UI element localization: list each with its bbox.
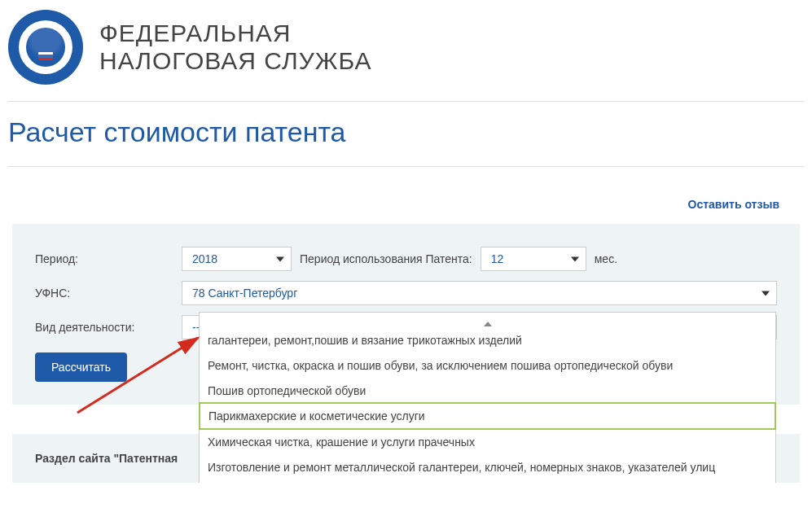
- activity-label: Вид деятельности:: [35, 321, 173, 334]
- org-title-line2: НАЛОГОВАЯ СЛУЖБА: [99, 47, 371, 76]
- ufns-select[interactable]: 78 Санкт-Петербург: [182, 281, 777, 305]
- form-panel: Период: 2018 Период использования Патент…: [12, 224, 800, 405]
- org-title: ФЕДЕРАЛЬНАЯ НАЛОГОВАЯ СЛУЖБА: [99, 20, 371, 76]
- period-label: Период:: [35, 252, 173, 265]
- dropdown-item[interactable]: Изготовление и ремонт металлической гала…: [200, 454, 775, 479]
- dropdown-item[interactable]: Ремонт, чистка, окраска и пошив обуви, з…: [200, 352, 775, 378]
- dropdown-item[interactable]: Пошив ортопедической обуви: [200, 378, 775, 403]
- ufns-label: УФНС:: [35, 287, 173, 300]
- dropdown-item[interactable]: галантереи, ремонт,пошив и вязание трико…: [200, 327, 775, 352]
- months-suffix: мес.: [595, 252, 617, 265]
- fns-logo: [8, 10, 83, 85]
- page-title: Расчет стоимости патента: [0, 108, 812, 160]
- divider: [8, 166, 804, 167]
- scroll-up-icon[interactable]: [200, 313, 775, 327]
- header: ФЕДЕРАЛЬНАЯ НАЛОГОВАЯ СЛУЖБА: [0, 0, 812, 94]
- dropdown-item[interactable]: Химическая чистка, крашение и услуги пра…: [200, 429, 775, 454]
- months-value: 12: [491, 252, 504, 265]
- dropdown-item[interactable]: Парикмахерские и косметические услуги: [199, 402, 776, 430]
- row-ufns: УФНС: 78 Санкт-Петербург: [35, 281, 777, 305]
- dropdown-item[interactable]: Ремонт и техническое обслуживание бытово…: [200, 479, 775, 483]
- calculate-button[interactable]: Рассчитать: [35, 352, 127, 382]
- year-value: 2018: [192, 252, 217, 265]
- divider: [8, 101, 804, 102]
- months-select[interactable]: 12: [481, 247, 586, 271]
- usage-period-label: Период использования Патента:: [300, 252, 472, 265]
- year-select[interactable]: 2018: [182, 247, 292, 271]
- feedback-link[interactable]: Оставить отзыв: [0, 173, 812, 224]
- ufns-value: 78 Санкт-Петербург: [192, 287, 297, 300]
- row-period: Период: 2018 Период использования Патент…: [35, 247, 777, 271]
- activity-dropdown: галантереи, ремонт,пошив и вязание трико…: [199, 312, 776, 483]
- org-title-line1: ФЕДЕРАЛЬНАЯ: [99, 20, 371, 48]
